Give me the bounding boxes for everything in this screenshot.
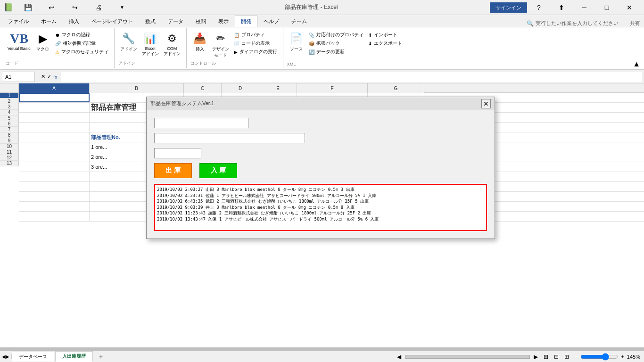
zoom-plus-btn[interactable]: ＋ (620, 353, 625, 360)
tab-view[interactable]: 表示 (212, 16, 235, 27)
sheet-scroll-bar[interactable] (405, 355, 530, 359)
row-header-2[interactable]: 2 (0, 99, 19, 104)
cell-a7[interactable] (19, 152, 90, 162)
dialog-input-2[interactable] (154, 133, 305, 143)
row-header-11[interactable]: 11 (0, 149, 19, 155)
row-header-3[interactable]: 3 (0, 104, 19, 110)
signin-button[interactable]: サインイン (490, 2, 527, 13)
cell-a13[interactable] (19, 212, 90, 221)
cell-a9[interactable] (19, 172, 90, 181)
col-header-f[interactable]: F (297, 83, 368, 93)
dialog-input-3[interactable] (154, 148, 201, 158)
cell-a2[interactable] (19, 103, 90, 112)
col-header-a[interactable]: A (19, 83, 90, 93)
col-header-g[interactable]: G (368, 83, 424, 93)
source-btn[interactable]: 📄 ソース (287, 30, 306, 53)
row-header-8[interactable]: 8 (0, 132, 19, 138)
sheet-right-nav[interactable]: ▶ (6, 354, 9, 359)
addin-btn[interactable]: 🔧 アドイン (118, 30, 139, 53)
view-code-btn[interactable]: 📄 コードの表示 (232, 40, 279, 47)
data-refresh-btn[interactable]: 🔄 データの更新 (307, 48, 365, 56)
quick-save-btn[interactable]: 💾 (17, 0, 39, 15)
cell-a8[interactable] (19, 162, 90, 172)
mapping-prop-btn[interactable]: 📎 対応付けのプロパティ (307, 31, 365, 39)
cell-a12[interactable] (19, 202, 90, 211)
macro-security-btn[interactable]: ⚠ マクロのセキュリティ (53, 48, 110, 56)
quick-print-btn[interactable]: 🖨 (88, 0, 109, 15)
row-header-4[interactable]: 4 (0, 110, 19, 115)
cell-a5[interactable] (19, 132, 90, 142)
col-header-d[interactable]: D (222, 83, 259, 93)
formula-input[interactable] (61, 72, 642, 82)
insert-function-icon[interactable]: fx (53, 74, 58, 80)
sheet-tab-history[interactable]: 入出庫履歴 (55, 351, 93, 362)
help-icon[interactable]: ? (528, 0, 550, 15)
minimize-btn[interactable]: ─ (573, 0, 595, 15)
cell-a6[interactable] (19, 142, 90, 152)
sheet-left-nav[interactable]: ◀ (2, 354, 6, 359)
macro-btn[interactable]: ▶ マクロ (33, 30, 52, 53)
row-header-7[interactable]: 7 (0, 127, 19, 132)
ribbon-collapse-btn[interactable]: ⬆ (551, 0, 572, 15)
tab-review[interactable]: 校閲 (190, 16, 212, 27)
cancel-formula-icon[interactable]: ✕ (41, 74, 45, 80)
confirm-formula-icon[interactable]: ✓ (47, 74, 51, 80)
dialog-input-1[interactable] (154, 118, 248, 128)
cell-a10[interactable] (19, 182, 90, 191)
properties-btn[interactable]: 📋 プロパティ (232, 31, 279, 39)
tab-developer[interactable]: 開発 (235, 16, 257, 27)
row-header-9[interactable]: 9 (0, 138, 19, 144)
customize-btn[interactable]: ▼ (111, 0, 133, 15)
run-dialog-btn[interactable]: ▶ ダイアログの実行 (232, 48, 279, 56)
design-mode-btn[interactable]: ✏ デザインモード (210, 30, 231, 59)
sheet-scroll-left[interactable]: ◀ (397, 354, 401, 360)
row-header-6[interactable]: 6 (0, 121, 19, 127)
redo-btn[interactable]: ↪ (64, 0, 86, 15)
close-btn[interactable]: ✕ (619, 0, 640, 15)
expansion-btn[interactable]: 📦 拡張パック (307, 40, 365, 47)
tab-formulas[interactable]: 数式 (139, 16, 162, 27)
import-btn[interactable]: ⬆ インポート (366, 31, 404, 39)
cell-a11[interactable] (19, 192, 90, 201)
excel-addin-btn[interactable]: 📊 Excelアドイン (140, 30, 161, 58)
row-header-1[interactable]: 1 (0, 93, 19, 99)
row-header-12[interactable]: 12 (0, 155, 19, 161)
row-header-5[interactable]: 5 (0, 115, 19, 121)
ribbon-expand-btn[interactable]: ▲ (633, 60, 640, 68)
tab-help[interactable]: ヘルプ (257, 16, 285, 27)
tab-home[interactable]: ホーム (35, 16, 63, 27)
visual-basic-btn[interactable]: VB Visual Basic (6, 30, 33, 52)
page-break-icon[interactable]: ⊞ (562, 353, 571, 361)
undo-btn[interactable]: ↩ (41, 0, 62, 15)
row-header-10[interactable]: 10 (0, 144, 19, 149)
zoom-minus-btn[interactable]: ─ (575, 354, 578, 360)
cell-ref-box[interactable] (2, 72, 35, 82)
record-macro-btn[interactable]: ⏺ マクロの記録 (53, 31, 110, 39)
tab-page-layout[interactable]: ページレイアウト (85, 16, 139, 27)
zoom-slider[interactable] (580, 353, 618, 361)
add-sheet-btn[interactable]: ＋ (94, 351, 108, 362)
sheet-scroll-right[interactable]: ▶ (534, 354, 538, 360)
col-header-b[interactable]: B (90, 83, 184, 93)
out-stock-btn[interactable]: 出 庫 (154, 163, 192, 178)
tab-data[interactable]: データ (162, 16, 190, 27)
col-header-c[interactable]: C (184, 83, 222, 93)
tab-file[interactable]: ファイル (2, 16, 35, 27)
cell-a3[interactable] (19, 113, 90, 122)
relative-ref-btn[interactable]: 🔗 相対参照で記録 (53, 40, 110, 47)
in-stock-btn[interactable]: 入 庫 (199, 163, 237, 178)
row-header-13[interactable]: 13 (0, 161, 19, 166)
export-btn[interactable]: ⬇ エクスポート (366, 40, 404, 47)
insert-control-btn[interactable]: 📥 挿入 (190, 30, 209, 53)
sheet-tab-database[interactable]: データベース (12, 352, 54, 362)
restore-btn[interactable]: □ (596, 0, 618, 15)
tab-insert[interactable]: 挿入 (63, 16, 85, 27)
cell-a1[interactable] (19, 93, 90, 102)
com-addin-btn[interactable]: ⚙ COMアドイン (162, 30, 182, 58)
col-header-e[interactable]: E (259, 83, 297, 93)
dialog-close-btn[interactable]: ✕ (481, 99, 491, 108)
tab-team[interactable]: チーム (285, 16, 313, 27)
cell-a4[interactable] (19, 123, 90, 132)
layout-view-icon[interactable]: ⊟ (552, 353, 561, 361)
normal-view-icon[interactable]: ⊞ (542, 353, 550, 361)
